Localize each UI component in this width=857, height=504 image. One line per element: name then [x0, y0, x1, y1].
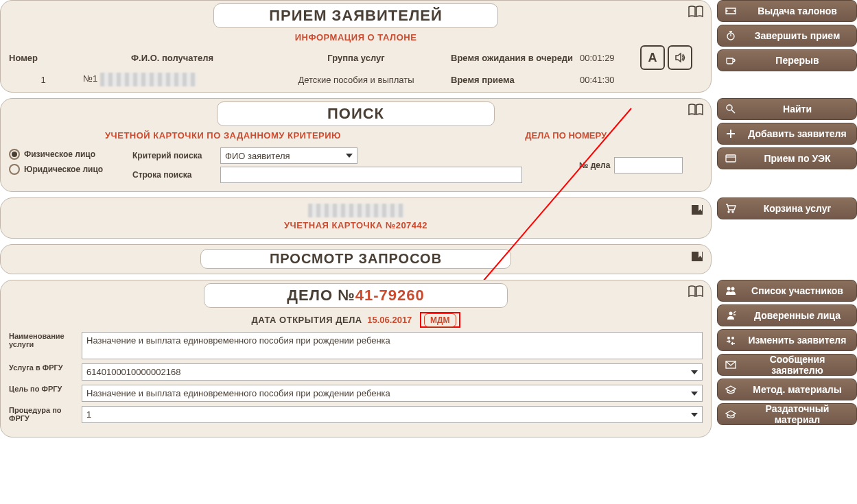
stopwatch-icon: [723, 30, 738, 41]
add-label: Добавить заявителя: [744, 128, 851, 139]
search-left-subtitle: УЧЕТНОЙ КАРТОЧКИ ПО ЗАДАННОМУ КРИТЕРИЮ: [105, 130, 341, 141]
messages-button[interactable]: Сообщения заявителю: [717, 354, 857, 376]
card-panel: УЧЕТНАЯ КАРТОЧКА №207442: [0, 197, 712, 239]
break-label: Перерыв: [744, 55, 851, 66]
svg-point-6: [727, 287, 731, 291]
search-right-subtitle: ДЕЛА ПО НОМЕРУ: [525, 130, 607, 141]
card-icon: [723, 154, 738, 163]
row-group: Детские пособия и выплаты: [267, 75, 445, 85]
change-applicant-button[interactable]: Изменить заявителя: [717, 329, 857, 351]
radio-physical[interactable]: Физическое лицо: [9, 149, 119, 160]
find-button[interactable]: Найти: [717, 98, 857, 120]
col-num: Номер: [9, 53, 78, 63]
sound-button[interactable]: [668, 45, 692, 70]
radio-juridical[interactable]: Юридическое лицо: [9, 164, 119, 175]
case-panel: ДЕЛО №41-79260 ДАТА ОТКРЫТИЯ ДЕЛА 15.06.…: [0, 280, 712, 437]
issue-label: Выдача талонов: [744, 5, 851, 16]
finish-label: Завершить прием: [744, 30, 851, 41]
recv-time: 00:41:30: [580, 75, 635, 85]
col-wait: Время ожидания в очереди: [451, 53, 574, 63]
case-number: 41-79260: [355, 287, 425, 304]
find-label: Найти: [744, 104, 851, 115]
cart-icon: [723, 204, 738, 213]
auto-button[interactable]: А: [640, 45, 665, 70]
service-name-value[interactable]: Назначение и выплата единовременного пос…: [82, 332, 703, 359]
trusted-button[interactable]: Доверенные лица: [717, 304, 857, 326]
requests-panel: ПРОСМОТР ЗАПРОСОВ: [0, 244, 712, 274]
participants-label: Список участников: [744, 285, 851, 296]
add-applicant-button[interactable]: Добавить заявителя: [717, 123, 857, 145]
finish-button[interactable]: Завершить прием: [717, 25, 857, 47]
goal-select[interactable]: Назначение и выплата единовременного пос…: [82, 385, 703, 402]
row-num: 1: [9, 75, 78, 85]
proc-select[interactable]: 1: [82, 406, 703, 423]
coffee-icon: [723, 56, 738, 65]
col-group: Группа услуг: [267, 53, 445, 63]
book-icon[interactable]: [688, 103, 704, 117]
graduation-icon: [723, 410, 738, 418]
cart-button[interactable]: Корзина услуг: [717, 197, 857, 219]
cart-label: Корзина услуг: [744, 203, 851, 214]
break-button[interactable]: Перерыв: [717, 49, 857, 71]
method-label: Метод. материалы: [744, 384, 851, 395]
col-recv: Время приема: [451, 75, 574, 85]
change-label: Изменить заявителя: [744, 335, 851, 346]
svg-point-10: [731, 337, 734, 339]
participants-button[interactable]: Список участников: [717, 280, 857, 302]
case-title: ДЕЛО №41-79260: [204, 283, 508, 308]
case-num-input[interactable]: [614, 157, 683, 173]
issue-tickets-button[interactable]: Выдача талонов: [717, 0, 857, 22]
row-fio: №1: [83, 73, 261, 86]
envelope-icon: [723, 361, 738, 369]
case-open-label: ДАТА ОТКРЫТИЯ ДЕЛА: [251, 315, 362, 325]
ticket-icon: [723, 7, 738, 15]
book-icon[interactable]: [688, 5, 704, 19]
criteria-label: Критерий поиска: [132, 151, 215, 160]
proc-label: Процедура по ФРГУ: [9, 406, 78, 423]
case-num-label: № дела: [579, 160, 610, 170]
svg-point-1: [727, 105, 732, 110]
reception-subtitle: ИНФОРМАЦИЯ О ТАЛОНЕ: [9, 32, 703, 43]
mdm-button[interactable]: МДМ: [424, 313, 456, 327]
svg-point-9: [727, 337, 730, 339]
string-label: Строка поиска: [132, 170, 215, 180]
goal-label: Цель по ФРГУ: [9, 385, 78, 402]
graduation-icon: [723, 385, 738, 394]
search-string-input[interactable]: [220, 167, 522, 183]
requests-title: ПРОСМОТР ЗАПРОСОВ: [200, 249, 511, 269]
search-title: ПОИСК: [217, 101, 495, 126]
frgu-select[interactable]: 6140100010000002168: [82, 363, 703, 381]
people-icon: [723, 286, 738, 296]
handout-button[interactable]: Раздаточный материал: [717, 403, 857, 425]
search-icon: [723, 104, 738, 115]
card-subtitle: УЧЕТНАЯ КАРТОЧКА №207442: [9, 220, 703, 230]
handout-label: Раздаточный материал: [744, 403, 851, 425]
svg-rect-2: [726, 155, 736, 162]
trusted-label: Доверенные лица: [744, 310, 851, 321]
card-name-blur: [9, 204, 703, 217]
method-button[interactable]: Метод. материалы: [717, 379, 857, 400]
bookmark-icon[interactable]: [690, 250, 704, 264]
messages-label: Сообщения заявителю: [744, 354, 851, 376]
handshake-icon: [723, 311, 738, 320]
reception-panel: ПРИЕМ ЗАЯВИТЕЛЕЙ ИНФОРМАЦИЯ О ТАЛОНЕ Ном…: [0, 0, 712, 93]
case-open-date: 15.06.2017: [367, 315, 412, 325]
uek-button[interactable]: Прием по УЭК: [717, 147, 857, 169]
svg-point-7: [731, 287, 735, 291]
col-fio: Ф.И.О. получателя: [83, 53, 261, 63]
frgu-label: Услуга в ФРГУ: [9, 363, 78, 381]
svg-point-8: [729, 312, 733, 315]
reception-title: ПРИЕМ ЗАЯВИТЕЛЕЙ: [213, 3, 498, 28]
plus-icon: [723, 129, 738, 139]
criteria-select[interactable]: ФИО заявителя: [220, 147, 357, 164]
service-name-label: Наименование услуги: [9, 332, 78, 359]
book-icon[interactable]: [688, 285, 704, 298]
uek-label: Прием по УЭК: [744, 153, 851, 164]
search-panel: ПОИСК УЧЕТНОЙ КАРТОЧКИ ПО ЗАДАННОМУ КРИТ…: [0, 98, 712, 192]
mdm-highlight: МДМ: [420, 312, 460, 328]
wait-time: 00:01:29: [580, 53, 635, 63]
swap-icon: [723, 335, 738, 345]
bookmark-icon[interactable]: [690, 204, 704, 217]
